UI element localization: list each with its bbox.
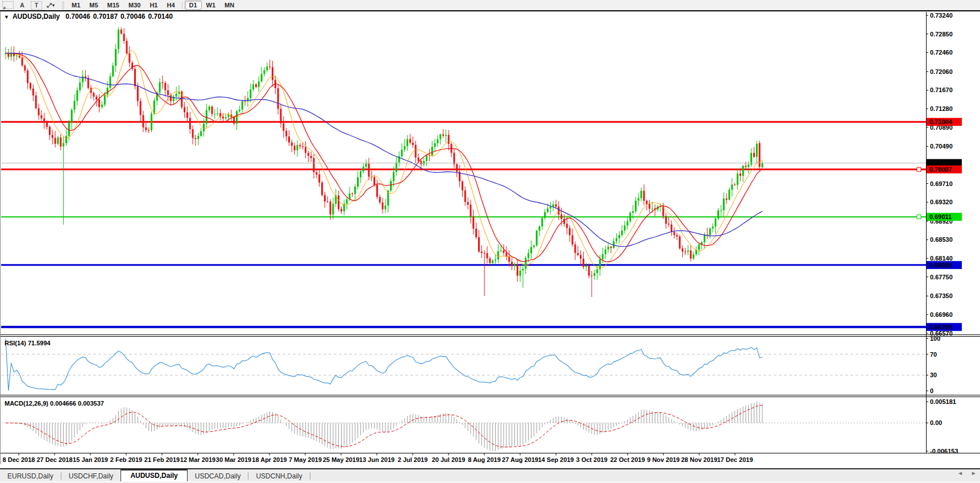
svg-text:28 Nov 2019: 28 Nov 2019: [681, 456, 717, 463]
toolbar-separator: [182, 2, 182, 9]
svg-text:0.70490: 0.70490: [930, 143, 953, 150]
svg-text:0.67750: 0.67750: [930, 274, 953, 280]
svg-text:27 Aug 2019: 27 Aug 2019: [502, 456, 538, 463]
toolbar-group-handle: [62, 2, 64, 9]
tab-usdcad[interactable]: USDCAD,Daily: [188, 471, 248, 481]
svg-text:0.72060: 0.72060: [930, 68, 953, 75]
svg-text:0.72460: 0.72460: [930, 49, 953, 56]
window-gap: [0, 464, 980, 468]
tab-scroll-right-icon[interactable]: ►: [971, 470, 977, 476]
date-axis[interactable]: 8 Dec 201827 Dec 201815 Jan 20192 Feb 20…: [3, 453, 753, 464]
tab-separator: [310, 472, 310, 480]
hline-handle-0.69011[interactable]: [917, 215, 921, 219]
svg-text:3 Oct 2019: 3 Oct 2019: [576, 456, 607, 463]
svg-text:0.68140: 0.68140: [930, 255, 953, 262]
svg-text:12 Mar 2019: 12 Mar 2019: [180, 456, 215, 463]
text-label-icon[interactable]: T: [31, 1, 42, 10]
timeframe-button-d1[interactable]: D1: [185, 1, 202, 10]
timeframe-button-m30[interactable]: M30: [124, 1, 145, 10]
tab-scroll-left-icon[interactable]: ◄: [957, 470, 963, 476]
macd-signal-line: [6, 405, 762, 447]
svg-text:9 Nov 2019: 9 Nov 2019: [647, 456, 679, 463]
svg-text:20 Jul 2019: 20 Jul 2019: [432, 456, 466, 463]
chart-canvas[interactable]: 0.732400.728500.724600.720600.716700.712…: [0, 11, 980, 468]
svg-text:8 Aug 2019: 8 Aug 2019: [468, 456, 501, 463]
price-axis[interactable]: 0.732400.728500.724600.720600.716700.712…: [926, 12, 953, 337]
timeframe-button-m5[interactable]: M5: [85, 1, 102, 10]
svg-text:15 Jan 2019: 15 Jan 2019: [73, 456, 108, 463]
svg-text:0.69011: 0.69011: [929, 213, 952, 220]
svg-text:14 Sep 2019: 14 Sep 2019: [538, 456, 574, 463]
hline-handle-0.70007[interactable]: [917, 167, 921, 171]
mt4-terminal: { "toolbar": { "tools": [ {"name": "tool…: [0, 0, 980, 483]
svg-text:22 Oct 2019: 22 Oct 2019: [610, 456, 645, 463]
svg-text:18 Apr 2019: 18 Apr 2019: [252, 456, 286, 463]
svg-text:30 Mar 2019: 30 Mar 2019: [216, 456, 251, 463]
price-badge-0.68000: 0.68000: [927, 261, 962, 269]
tab-eurusd[interactable]: EURUSD,Daily: [0, 471, 61, 481]
price-badge-0.70007: 0.70007: [927, 166, 962, 174]
svg-text:30: 30: [930, 371, 937, 378]
svg-text:21 Feb 2019: 21 Feb 2019: [144, 456, 180, 463]
timeframe-button-w1[interactable]: W1: [202, 1, 221, 10]
svg-text:0.68530: 0.68530: [930, 236, 953, 243]
svg-text:2 Jul 2019: 2 Jul 2019: [398, 456, 428, 463]
tab-usdcnh[interactable]: USDCNH,Daily: [248, 471, 309, 481]
svg-text:17 Dec 2019: 17 Dec 2019: [717, 456, 753, 463]
svg-text:0.68000: 0.68000: [929, 262, 952, 269]
timeframe-button-m1[interactable]: M1: [67, 1, 85, 10]
toolbar-handle-icon[interactable]: F: [2, 1, 14, 9]
macd-histogram: [6, 402, 762, 451]
price-badge-0.71004: 0.71004: [927, 118, 962, 126]
svg-text:0.00: 0.00: [930, 419, 942, 426]
timeframe-button-h4[interactable]: H4: [162, 1, 179, 10]
timeframe-button-m15[interactable]: M15: [103, 1, 124, 10]
svg-text:13 Jun 2019: 13 Jun 2019: [359, 456, 395, 463]
font-icon[interactable]: A: [17, 1, 27, 10]
svg-text:0.67350: 0.67350: [930, 292, 953, 299]
price-badge-0.69011: 0.69011: [927, 213, 962, 221]
svg-text:0.69320: 0.69320: [930, 199, 953, 205]
rsi-line: [6, 338, 762, 391]
chart-chrome: [0, 12, 980, 464]
arrows-icon[interactable]: ⤢▾: [45, 1, 56, 10]
svg-text:0.69710: 0.69710: [930, 180, 953, 187]
svg-text:0.66700: 0.66700: [929, 324, 952, 331]
svg-text:0.71670: 0.71670: [930, 86, 953, 93]
ma-slow-line: [6, 53, 762, 246]
timeframe-button-h1[interactable]: H1: [145, 1, 162, 10]
timeframe-button-mn[interactable]: MN: [220, 1, 239, 10]
svg-text:2 Feb 2019: 2 Feb 2019: [110, 456, 142, 463]
macd-panel: 0.0051810.00-0.006153: [1, 398, 958, 455]
tab-scroll-arrows: ◄ ►: [957, 470, 977, 476]
chart-title: ▼AUDUSD,Daily0.700460.701870.700460.7014…: [4, 13, 173, 20]
svg-text:0.71004: 0.71004: [929, 118, 953, 125]
price-badge-0.66700: 0.66700: [927, 323, 962, 331]
tab-bar: EURUSD,DailyUSDCHF,DailyAUDUSD,DailyUSDC…: [0, 468, 980, 482]
toolbar: FAT⤢▾M1M5M15M30H1H4D1W1MN: [0, 0, 980, 11]
ma-fast-line: [6, 51, 762, 269]
svg-text:0.70007: 0.70007: [929, 166, 952, 173]
rsi-panel: 10070300: [1, 335, 940, 394]
rsi-label: RSI(14) 71.5994: [5, 340, 51, 346]
arrows-dropdown-caret[interactable]: ▾: [52, 3, 55, 8]
svg-text:70: 70: [930, 351, 937, 358]
svg-text:0.005181: 0.005181: [930, 398, 956, 405]
svg-text:0.71280: 0.71280: [930, 105, 953, 112]
tab-usdchf[interactable]: USDCHF,Daily: [61, 471, 121, 481]
svg-text:0.72850: 0.72850: [930, 31, 953, 38]
svg-text:0.66960: 0.66960: [930, 311, 953, 318]
svg-text:27 Dec 2018: 27 Dec 2018: [37, 456, 73, 463]
svg-text:0.73240: 0.73240: [930, 12, 953, 19]
candles-layer: [5, 27, 763, 297]
svg-text:-0.006153: -0.006153: [930, 448, 958, 455]
svg-text:100: 100: [930, 335, 940, 342]
svg-text:0: 0: [930, 387, 933, 394]
macd-label: MACD(12,26,9) 0.004666 0.003537: [5, 400, 104, 407]
svg-text:7 May 2019: 7 May 2019: [289, 456, 322, 463]
svg-text:25 May 2019: 25 May 2019: [323, 456, 359, 463]
tab-audusd[interactable]: AUDUSD,Daily: [121, 469, 187, 482]
svg-text:8 Dec 2018: 8 Dec 2018: [3, 456, 35, 463]
